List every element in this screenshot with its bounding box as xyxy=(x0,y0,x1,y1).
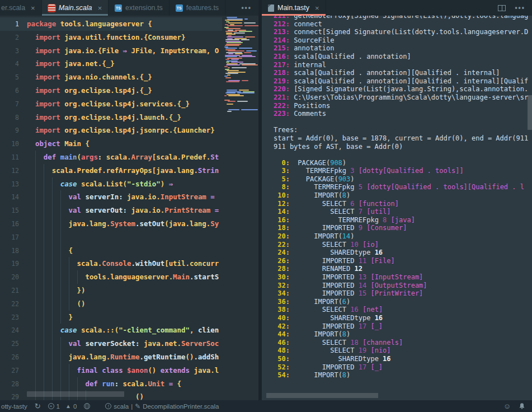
scrollbar-thumb[interactable] xyxy=(27,391,124,397)
code-line[interactable]: 4 import java.net.{_} xyxy=(0,57,222,71)
tasty-line[interactable]: 42: IMPORTED 17 [_] xyxy=(274,322,529,331)
globe-icon[interactable] xyxy=(84,403,90,409)
code-line[interactable]: 24 case scala.::("-client_command", clie… xyxy=(0,324,222,337)
code-line[interactable]: 26 java.lang.Runtime.getRuntime().addSh xyxy=(0,350,222,364)
tasty-line[interactable]: 223: Comments xyxy=(274,110,529,118)
code-line[interactable]: 8 import org.eclipse.lsp4j.launch.{_} xyxy=(0,111,222,124)
tab-features-ts[interactable]: TS features.ts xyxy=(170,0,225,16)
code-line[interactable]: 9 import org.eclipse.lsp4j.jsonrpc.{Laun… xyxy=(0,124,222,137)
tasty-line[interactable]: 5: PACKAGE(903) xyxy=(274,175,529,184)
code-line[interactable]: 21 }) xyxy=(0,284,222,297)
code-line[interactable]: 15 val serverOut: java.io.PrintStream = xyxy=(0,204,222,217)
editor-group-left: er.scala × Main.scala × TS extension.ts … xyxy=(0,0,258,400)
tasty-line[interactable]: Trees: xyxy=(274,126,529,134)
tasty-line[interactable]: 911 bytes of AST, base = Addr(0) xyxy=(274,143,529,151)
right-vertical-scrollbar[interactable] xyxy=(528,95,532,130)
close-icon[interactable]: × xyxy=(97,4,102,12)
notifications-bell-icon[interactable] xyxy=(519,402,525,410)
problems-item[interactable]: × 1 ▲ 0 xyxy=(48,403,77,410)
tasty-line[interactable]: 36: IMPORT(6) xyxy=(274,298,529,306)
tasty-line[interactable]: 14: SELECT 7 [util] xyxy=(274,208,529,216)
tasty-line[interactable]: 221: C:\Users\Tobias\Programming\Scala\d… xyxy=(274,93,529,102)
language-status-item[interactable]: ! scala | ✎ DecompilationPrinter.scala xyxy=(105,402,219,410)
tasty-line[interactable]: 217: internal xyxy=(274,61,529,69)
code-line[interactable]: 25 val serverSocket: java.net.ServerSoc xyxy=(0,337,222,350)
tasty-line[interactable] xyxy=(274,151,529,159)
tasty-line[interactable]: start = Addr(0), base = 1878, current = … xyxy=(274,134,529,143)
split-editor-icon[interactable] xyxy=(498,5,506,11)
tasty-line[interactable]: 8: TERMREFpkg 5 [dotty[Qualified . tools… xyxy=(274,183,529,191)
tasty-line[interactable]: 54: IMPORT(8) xyxy=(274,371,529,380)
code-line[interactable]: 6 import org.eclipse.lsp4j.{_} xyxy=(0,84,222,97)
close-icon[interactable]: × xyxy=(315,4,319,12)
tasty-line[interactable]: 32: IMPORTED 14 [OutputStream] xyxy=(274,282,529,290)
tasty-line[interactable]: 213: connect[Signed Signature(List(dotty… xyxy=(274,28,529,36)
tasty-line[interactable]: 52: IMPORTED 17 [_] xyxy=(274,363,529,372)
tab-main-tasty[interactable]: Main.tasty × xyxy=(262,0,326,16)
code-line[interactable]: 22 () xyxy=(0,297,222,311)
code-line[interactable]: 27 final class $anon() extends java.l xyxy=(0,364,222,377)
tasty-line[interactable]: 20: IMPORT(14) xyxy=(274,232,529,241)
code-line[interactable]: 14 val serverIn: java.io.InputStream = xyxy=(0,190,222,204)
code-line[interactable]: 12 scala.Predef.refArrayOps[java.lang.St… xyxy=(0,164,222,177)
code-line[interactable]: 16 java.lang.System.setOut(java.lang.Sy xyxy=(0,217,222,231)
tasty-line[interactable]: 0: PACKAGE(908) xyxy=(274,159,529,167)
tasty-line[interactable]: 216: scala[Qualified . annotation] xyxy=(274,53,529,61)
tasty-line[interactable]: 30: IMPORTED 13 [InputStream] xyxy=(274,273,529,282)
tasty-line[interactable]: 46: SELECT 18 [channels] xyxy=(274,339,529,347)
code-line[interactable]: 18 { xyxy=(0,244,222,258)
language-status-icon: ! xyxy=(105,403,111,409)
tab-extension-ts[interactable]: TS extension.ts xyxy=(109,0,170,16)
sync-icon[interactable]: ↻ xyxy=(35,402,41,410)
code-line[interactable]: 5 import java.nio.channels.{_} xyxy=(0,71,222,84)
tasty-line[interactable]: 215: annotation xyxy=(274,44,529,53)
feedback-smiley-icon[interactable]: ☺ xyxy=(503,402,511,410)
tasty-line[interactable]: 12: SELECT 6 [function] xyxy=(274,200,529,208)
code-line[interactable]: 3 import java.io.{File ⇒ JFile, InputStr… xyxy=(0,44,222,58)
tasty-line[interactable]: 218: scala[Qualified . annotation][Quali… xyxy=(274,69,529,77)
tasty-line[interactable]: 38: SELECT 16 [net] xyxy=(274,306,529,314)
tasty-line[interactable]: 22: SELECT 10 [io] xyxy=(274,241,529,249)
tab-main-scala[interactable]: Main.scala × xyxy=(42,0,109,16)
code-line[interactable]: 10 object Main { xyxy=(0,137,222,151)
code-line[interactable]: 13 case scala.List("-stdio") ⇒ xyxy=(0,177,222,191)
tasty-line[interactable]: 48: SELECT 19 [nio] xyxy=(274,347,529,355)
right-editor[interactable]: 211: getRemoteProxy[Signed Signature(Lis… xyxy=(274,16,529,391)
close-icon[interactable]: × xyxy=(31,4,35,12)
tasty-line[interactable]: 50: SHAREDtype 16 xyxy=(274,355,529,363)
more-actions-icon[interactable]: ••• xyxy=(515,4,525,12)
code-line[interactable]: 17 xyxy=(0,231,222,244)
tasty-line[interactable]: 28: RENAMED 12 xyxy=(274,265,529,273)
tasty-line[interactable]: 26: IMPORTED 11 [File] xyxy=(274,257,529,265)
tasty-line[interactable]: 24: SHAREDtype 16 xyxy=(274,249,529,257)
tasty-line[interactable]: 219: scala[Qualified . annotation][Quali… xyxy=(274,77,529,86)
git-branch-item[interactable]: otty-tasty xyxy=(1,403,27,410)
tab-er-scala[interactable]: er.scala × xyxy=(0,0,42,16)
code-line[interactable]: 19 scala.Console.withOut[util.concurr xyxy=(0,257,222,270)
code-line[interactable]: 23 } xyxy=(0,311,222,324)
code-line[interactable]: 20 tools.languageserver.Main.startS xyxy=(0,270,222,284)
tasty-line[interactable]: 3: TERMREFpkg 3 [dotty[Qualified . tools… xyxy=(274,167,529,175)
tasty-line[interactable]: 34: IMPORTED 15 [PrintWriter] xyxy=(274,289,529,298)
left-editor[interactable]: 1package tools.languageserver {2 import … xyxy=(0,16,258,400)
code-line[interactable]: 28 def run: scala.Unit = { xyxy=(0,377,222,391)
minimap[interactable] xyxy=(224,16,254,139)
code-line[interactable]: 2 import java.util.function.{Consumer} xyxy=(0,31,222,44)
tasty-line[interactable]: 18: IMPORTED 9 [Consumer] xyxy=(274,224,529,232)
code-line[interactable]: 1package tools.languageserver { xyxy=(0,17,222,31)
code-line[interactable]: 11 def main(args: scala.Array[scala.Pred… xyxy=(0,151,222,164)
tasty-line[interactable]: 211: getRemoteProxy[Signed Signature(Lis… xyxy=(274,16,529,20)
tasty-line[interactable]: 44: IMPORT(8) xyxy=(274,330,529,339)
right-horizontal-scrollbar[interactable] xyxy=(266,393,378,398)
left-horizontal-scrollbar[interactable] xyxy=(0,391,258,397)
tasty-line[interactable] xyxy=(274,118,529,127)
tasty-line[interactable]: 10: IMPORT(8) xyxy=(274,191,529,200)
tasty-line[interactable]: 222: Positions xyxy=(274,102,529,110)
tasty-line[interactable]: 16: TERMREFpkg 8 [java] xyxy=(274,216,529,224)
tasty-line[interactable]: 214: SourceFile xyxy=(274,36,529,45)
tasty-line[interactable]: 40: SHAREDtype 16 xyxy=(274,314,529,322)
more-tabs-icon[interactable]: ••• xyxy=(241,4,252,12)
tasty-line[interactable]: 212: connect xyxy=(274,20,529,29)
tasty-line[interactable]: 220: [Signed Signature(List(java.lang.St… xyxy=(274,85,529,93)
code-line[interactable]: 7 import org.eclipse.lsp4j.services.{_} xyxy=(0,97,222,111)
